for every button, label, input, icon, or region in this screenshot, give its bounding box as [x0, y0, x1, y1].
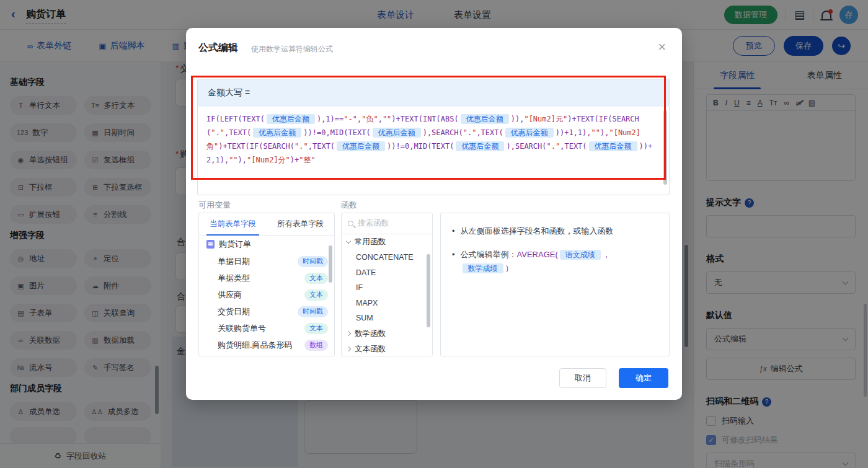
code-token: )+ [290, 156, 299, 164]
chevron-icon [346, 239, 351, 244]
form-icon [206, 240, 215, 249]
field-chip[interactable]: 优惠后金额 [253, 128, 301, 138]
string-token: "-" [343, 115, 357, 123]
function-group-collapsed[interactable]: 文本函数 [342, 342, 432, 357]
bullet: • [452, 224, 455, 238]
formula-field-name: 金额大写 = [198, 79, 669, 107]
field-chip: 语文成绩 [560, 250, 601, 260]
string-token: "." [294, 142, 308, 151]
variable-row[interactable]: 交货日期时间戳 [199, 303, 334, 320]
code-token: ),SEARCH( [506, 142, 546, 151]
code-token: ))!=0,MID(TEXT( [303, 128, 370, 137]
function-item[interactable]: SUM [342, 311, 432, 326]
variable-name: 单据日期 [218, 256, 250, 267]
string-token: "" [383, 115, 391, 123]
variable-row[interactable]: 购货明细.商品条形码数组 [199, 337, 334, 353]
modal-subtitle: 使用数学运算符编辑公式 [251, 44, 333, 55]
code-token: ))+1,1), [556, 128, 591, 137]
function-group-expanded[interactable]: 常用函数 [342, 234, 432, 250]
form-root-node[interactable]: 购货订单 [199, 236, 334, 253]
formula-expression[interactable]: IF(LEFT(TEXT(优惠后金额),1)=="-","负","")+TEXT… [198, 107, 669, 172]
variable-name: 关联购货单号 [218, 323, 266, 334]
field-chip[interactable]: 优惠后金额 [456, 141, 504, 151]
functions-panel: 搜索函数 常用函数CONCATENATEDATEIFMAPXSUM数学函数文本函… [341, 213, 433, 356]
code-token: ,TEXT( [560, 142, 587, 151]
function-search-input[interactable]: 搜索函数 [342, 213, 432, 234]
formula-edit-modal: 公式编辑 使用数学运算符编辑公式 × 金额大写 = IF(LEFT(TEXT(优… [186, 28, 682, 400]
cancel-button[interactable]: 取消 [559, 368, 606, 388]
close-icon[interactable]: × [658, 39, 666, 55]
function-group-name: 数学函数 [355, 329, 386, 339]
function-group-name: 文本函数 [355, 344, 386, 355]
tab-current-form-fields[interactable]: 当前表单字段 [199, 213, 267, 235]
functions-scrollbar[interactable] [427, 254, 430, 327]
variables-panel: 当前表单字段 所有表单字段 购货订单 单据日期时间戳单据类型文本供应商文本交货日… [198, 213, 335, 356]
code-token: )), [511, 115, 525, 123]
type-badge: 文本 [304, 289, 328, 301]
formula-editor[interactable]: 金额大写 = IF(LEFT(TEXT(优惠后金额),1)=="-","负","… [197, 79, 670, 195]
code-token: IF(LEFT(TEXT( [206, 115, 265, 123]
string-token: "[Num2]分" [247, 156, 290, 164]
chevron-icon [346, 331, 351, 336]
editor-scrollbar[interactable] [663, 110, 667, 185]
tip-example: 公式编辑举例：AVERAGE(语文成绩，数学成绩） [461, 248, 658, 275]
string-token: "." [211, 128, 224, 137]
string-token: "整" [299, 156, 315, 164]
function-item[interactable]: CONCATENATE [342, 250, 432, 265]
tab-all-form-fields[interactable]: 所有表单字段 [267, 213, 334, 235]
type-badge: 文本 [304, 323, 328, 334]
confirm-button[interactable]: 确定 [619, 368, 668, 388]
string-token: "." [463, 128, 477, 137]
tip-text: 从左侧面板选择字段名和函数，或输入函数 [461, 224, 614, 238]
chevron-icon [346, 347, 351, 351]
code-token: )+TEXT(INT(ABS( [391, 115, 458, 123]
variables-label: 可用变量 [198, 200, 231, 211]
code-token: ， [603, 250, 611, 259]
variable-name: 交货日期 [218, 306, 250, 317]
function-group-collapsed[interactable]: 数学函数 [342, 326, 432, 342]
code-token: ） [505, 263, 513, 273]
string-token: "[Num2]元" [524, 115, 567, 123]
bullet: • [452, 248, 455, 262]
variable-row[interactable]: 供应商文本 [199, 286, 334, 303]
code-token: ))!=0,MID(TEXT( [387, 142, 454, 151]
field-chip[interactable]: 优惠后金额 [589, 141, 637, 151]
search-icon [348, 221, 353, 226]
string-token: "负" [361, 115, 378, 123]
variable-row[interactable]: 单据日期时间戳 [199, 253, 334, 270]
functions-label: 函数 [341, 200, 357, 211]
string-token: "" [229, 156, 237, 164]
variable-name: 供应商 [218, 289, 242, 301]
type-badge: 时间戳 [298, 306, 328, 317]
modal-footer: 取消 确定 [559, 368, 668, 388]
function-item[interactable]: DATE [342, 265, 432, 281]
field-chip[interactable]: 优惠后金额 [505, 128, 554, 138]
type-badge: 数组 [304, 340, 328, 351]
code-token: ,TEXT( [476, 128, 503, 137]
code-token: , [378, 115, 383, 123]
code-token: ),SEARCH( [423, 128, 463, 137]
variable-name: 购货明细.商品条形码 [218, 340, 293, 351]
code-token: ,TEXT( [308, 142, 335, 151]
field-chip[interactable]: 优惠后金额 [373, 128, 421, 138]
code-token: ,TEXT( [224, 128, 251, 137]
type-badge: 文本 [304, 273, 328, 284]
function-item[interactable]: MAPX [342, 296, 432, 311]
field-chip[interactable]: 优惠后金额 [461, 114, 509, 124]
field-chip[interactable]: 优惠后金额 [337, 141, 385, 151]
variables-scrollbar[interactable] [329, 245, 332, 283]
variable-name: 单据类型 [218, 273, 250, 284]
function-item[interactable]: IF [342, 280, 432, 296]
function-token: AVERAGE( [517, 250, 558, 259]
code-token: )+TEXT(IF(SEARCH( [218, 142, 294, 151]
variable-row[interactable]: 单据类型文本 [199, 270, 334, 286]
variables-tabs: 当前表单字段 所有表单字段 [199, 213, 334, 236]
field-chip: 数学成绩 [463, 263, 503, 273]
field-chip[interactable]: 优惠后金额 [267, 114, 315, 124]
function-group-name: 常用函数 [355, 237, 386, 247]
variable-row[interactable]: 关联购货单号文本 [199, 320, 334, 337]
modal-title: 公式编辑 [198, 42, 238, 55]
code-token: ), [600, 128, 609, 137]
code-token: ),1)== [317, 115, 343, 123]
string-token: "" [591, 128, 600, 137]
